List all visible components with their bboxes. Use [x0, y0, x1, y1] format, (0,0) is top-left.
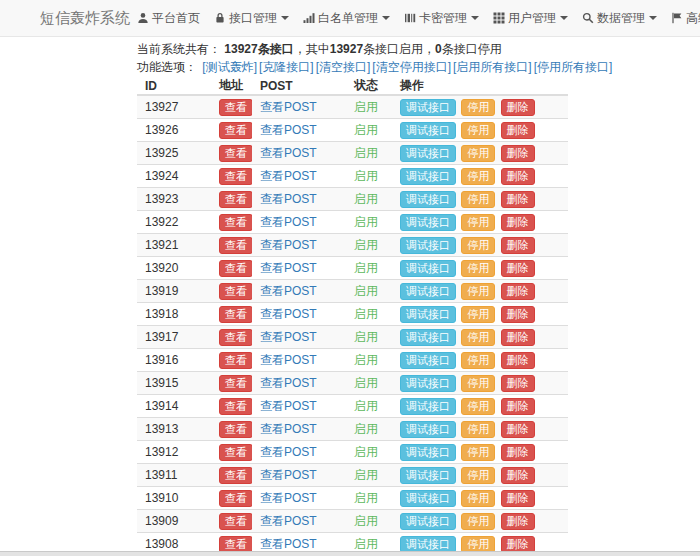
- view-button[interactable]: 查看: [219, 237, 252, 254]
- disable-button[interactable]: 停用: [461, 260, 495, 277]
- debug-button[interactable]: 调试接口: [400, 168, 456, 185]
- debug-button[interactable]: 调试接口: [400, 421, 456, 438]
- view-button[interactable]: 查看: [219, 490, 252, 507]
- disable-all-api-link[interactable]: [停用所有接口]: [534, 60, 613, 74]
- view-post-link[interactable]: 查看POST: [260, 100, 317, 114]
- disable-button[interactable]: 停用: [461, 214, 495, 231]
- delete-button[interactable]: 删除: [501, 191, 535, 208]
- disable-button[interactable]: 停用: [461, 329, 495, 346]
- debug-button[interactable]: 调试接口: [400, 145, 456, 162]
- delete-button[interactable]: 删除: [501, 444, 535, 461]
- disable-button[interactable]: 停用: [461, 421, 495, 438]
- view-post-link[interactable]: 查看POST: [260, 537, 317, 551]
- delete-button[interactable]: 删除: [501, 352, 535, 369]
- view-post-link[interactable]: 查看POST: [260, 491, 317, 505]
- view-button[interactable]: 查看: [219, 536, 252, 553]
- view-post-link[interactable]: 查看POST: [260, 330, 317, 344]
- delete-button[interactable]: 删除: [501, 99, 535, 116]
- view-post-link[interactable]: 查看POST: [260, 445, 317, 459]
- view-button[interactable]: 查看: [219, 467, 252, 484]
- nav-item-advanced-options[interactable]: 高级选项: [664, 10, 700, 27]
- view-post-link[interactable]: 查看POST: [260, 261, 317, 275]
- view-button[interactable]: 查看: [219, 168, 252, 185]
- disable-button[interactable]: 停用: [461, 283, 495, 300]
- debug-button[interactable]: 调试接口: [400, 306, 456, 323]
- debug-button[interactable]: 调试接口: [400, 214, 456, 231]
- nav-item-user-management[interactable]: 用户管理: [486, 10, 575, 27]
- clone-api-link[interactable]: [克隆接口]: [259, 60, 314, 74]
- delete-button[interactable]: 删除: [501, 536, 535, 553]
- view-button[interactable]: 查看: [219, 513, 252, 530]
- disable-button[interactable]: 停用: [461, 398, 495, 415]
- clear-api-link[interactable]: [清空接口]: [316, 60, 371, 74]
- delete-button[interactable]: 删除: [501, 375, 535, 392]
- view-post-link[interactable]: 查看POST: [260, 353, 317, 367]
- view-post-link[interactable]: 查看POST: [260, 192, 317, 206]
- view-post-link[interactable]: 查看POST: [260, 307, 317, 321]
- view-post-link[interactable]: 查看POST: [260, 238, 317, 252]
- nav-item-data-management[interactable]: 数据管理: [575, 10, 664, 27]
- view-button[interactable]: 查看: [219, 421, 252, 438]
- debug-button[interactable]: 调试接口: [400, 536, 456, 553]
- delete-button[interactable]: 删除: [501, 260, 535, 277]
- view-button[interactable]: 查看: [219, 444, 252, 461]
- delete-button[interactable]: 删除: [501, 122, 535, 139]
- debug-button[interactable]: 调试接口: [400, 329, 456, 346]
- debug-button[interactable]: 调试接口: [400, 191, 456, 208]
- disable-button[interactable]: 停用: [461, 122, 495, 139]
- disable-button[interactable]: 停用: [461, 536, 495, 553]
- disable-button[interactable]: 停用: [461, 168, 495, 185]
- delete-button[interactable]: 删除: [501, 490, 535, 507]
- disable-button[interactable]: 停用: [461, 191, 495, 208]
- view-post-link[interactable]: 查看POST: [260, 514, 317, 528]
- debug-button[interactable]: 调试接口: [400, 513, 456, 530]
- delete-button[interactable]: 删除: [501, 168, 535, 185]
- view-button[interactable]: 查看: [219, 122, 252, 139]
- nav-item-card-key-management[interactable]: 卡密管理: [397, 10, 486, 27]
- debug-button[interactable]: 调试接口: [400, 260, 456, 277]
- debug-button[interactable]: 调试接口: [400, 352, 456, 369]
- disable-button[interactable]: 停用: [461, 467, 495, 484]
- delete-button[interactable]: 删除: [501, 145, 535, 162]
- debug-button[interactable]: 调试接口: [400, 99, 456, 116]
- debug-button[interactable]: 调试接口: [400, 398, 456, 415]
- clear-disabled-api-link[interactable]: [清空停用接口]: [372, 60, 451, 74]
- delete-button[interactable]: 删除: [501, 398, 535, 415]
- disable-button[interactable]: 停用: [461, 375, 495, 392]
- view-post-link[interactable]: 查看POST: [260, 215, 317, 229]
- view-post-link[interactable]: 查看POST: [260, 468, 317, 482]
- delete-button[interactable]: 删除: [501, 306, 535, 323]
- view-post-link[interactable]: 查看POST: [260, 169, 317, 183]
- bottom-scrollbar[interactable]: [0, 551, 700, 556]
- debug-button[interactable]: 调试接口: [400, 467, 456, 484]
- debug-button[interactable]: 调试接口: [400, 490, 456, 507]
- debug-button[interactable]: 调试接口: [400, 444, 456, 461]
- view-post-link[interactable]: 查看POST: [260, 376, 317, 390]
- delete-button[interactable]: 删除: [501, 214, 535, 231]
- view-button[interactable]: 查看: [219, 260, 252, 277]
- debug-button[interactable]: 调试接口: [400, 122, 456, 139]
- debug-button[interactable]: 调试接口: [400, 375, 456, 392]
- debug-button[interactable]: 调试接口: [400, 283, 456, 300]
- nav-item-api-management[interactable]: 接口管理: [207, 10, 296, 27]
- disable-button[interactable]: 停用: [461, 513, 495, 530]
- delete-button[interactable]: 删除: [501, 329, 535, 346]
- delete-button[interactable]: 删除: [501, 467, 535, 484]
- disable-button[interactable]: 停用: [461, 306, 495, 323]
- delete-button[interactable]: 删除: [501, 283, 535, 300]
- view-button[interactable]: 查看: [219, 352, 252, 369]
- delete-button[interactable]: 删除: [501, 513, 535, 530]
- view-post-link[interactable]: 查看POST: [260, 422, 317, 436]
- debug-button[interactable]: 调试接口: [400, 237, 456, 254]
- delete-button[interactable]: 删除: [501, 237, 535, 254]
- test-bomb-link[interactable]: [测试轰炸]: [202, 60, 257, 74]
- disable-button[interactable]: 停用: [461, 145, 495, 162]
- brand-title[interactable]: 短信轰炸系统: [40, 9, 130, 28]
- view-post-link[interactable]: 查看POST: [260, 146, 317, 160]
- nav-item-whitelist-management[interactable]: 白名单管理: [296, 10, 397, 27]
- view-button[interactable]: 查看: [219, 329, 252, 346]
- view-post-link[interactable]: 查看POST: [260, 399, 317, 413]
- disable-button[interactable]: 停用: [461, 352, 495, 369]
- disable-button[interactable]: 停用: [461, 237, 495, 254]
- enable-all-api-link[interactable]: [启用所有接口]: [453, 60, 532, 74]
